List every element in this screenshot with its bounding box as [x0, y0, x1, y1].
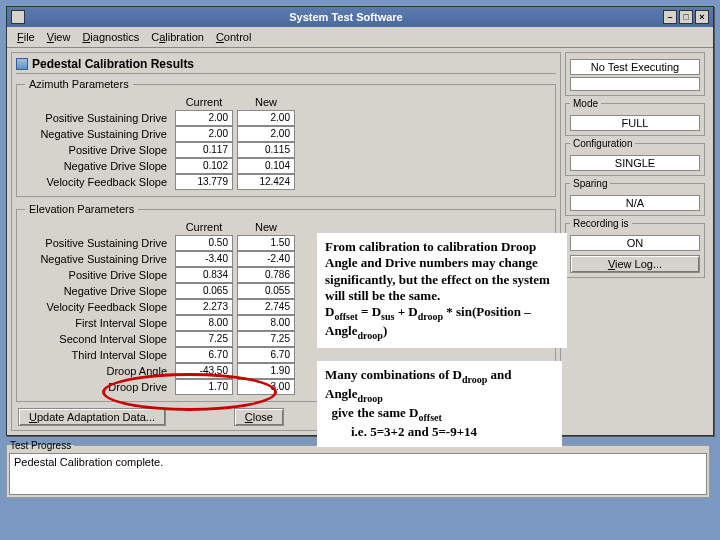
menubar: File View Diagnostics Calibration Contro… — [7, 27, 713, 48]
mode-value: FULL — [570, 115, 700, 131]
calibration-results-panel: Pedestal Calibration Results Azimuth Par… — [11, 52, 561, 431]
mode-group: Mode FULL — [565, 98, 705, 136]
elevation-table: Current New Positive Sustaining Drive0.5… — [23, 219, 297, 395]
mode-legend: Mode — [570, 98, 601, 109]
azimuth-table: Current New Positive Sustaining Drive2.0… — [23, 94, 297, 190]
close-window-button[interactable]: × — [695, 10, 709, 24]
table-row: Positive Sustaining Drive0.501.50 — [23, 235, 297, 251]
titlebar: System Test Software – □ × — [7, 7, 713, 27]
table-row: Velocity Feedback Slope13.77912.424 — [23, 174, 297, 190]
table-row: First Interval Slope8.008.00 — [23, 315, 297, 331]
test-blank — [570, 77, 700, 91]
recording-value: ON — [570, 235, 700, 251]
maximize-button[interactable]: □ — [679, 10, 693, 24]
test-progress-panel: Test Progress Pedestal Calibration compl… — [6, 440, 710, 498]
app-window: System Test Software – □ × File View Dia… — [6, 6, 714, 436]
azimuth-group: Azimuth Parameters Current New Positive … — [16, 78, 556, 197]
app-icon — [11, 10, 25, 24]
menu-control[interactable]: Control — [210, 29, 257, 45]
table-row: Positive Drive Slope0.8340.786 — [23, 267, 297, 283]
table-row: Droop Angle-43.501.90 — [23, 363, 297, 379]
table-row: Negative Sustaining Drive2.002.00 — [23, 126, 297, 142]
recording-group: Recording is ON View Log... — [565, 218, 705, 278]
table-row: Negative Drive Slope0.0650.055 — [23, 283, 297, 299]
col-new: New — [235, 219, 297, 235]
close-button[interactable]: Close — [234, 408, 284, 426]
sparing-group: Sparing N/A — [565, 178, 705, 216]
table-row: Negative Drive Slope0.1020.104 — [23, 158, 297, 174]
content-area: Pedestal Calibration Results Azimuth Par… — [7, 48, 713, 435]
status-panel: No Test Executing Mode FULL Configuratio… — [565, 52, 705, 431]
test-status-group: No Test Executing — [565, 52, 705, 96]
col-current: Current — [173, 94, 235, 110]
config-value: SINGLE — [570, 155, 700, 171]
config-group: Configuration SINGLE — [565, 138, 705, 176]
panel-icon — [16, 58, 28, 70]
table-row: Droop Drive1.703.00 — [23, 379, 297, 395]
table-row: Third Interval Slope6.706.70 — [23, 347, 297, 363]
elevation-legend: Elevation Parameters — [25, 203, 138, 215]
update-adaptation-button[interactable]: Update Adaptation Data... — [18, 408, 166, 426]
sparing-value: N/A — [570, 195, 700, 211]
col-current: Current — [173, 219, 235, 235]
sparing-legend: Sparing — [570, 178, 610, 189]
config-legend: Configuration — [570, 138, 635, 149]
table-row: Positive Drive Slope0.1170.115 — [23, 142, 297, 158]
table-row: Second Interval Slope7.257.25 — [23, 331, 297, 347]
window-title: System Test Software — [31, 11, 661, 23]
menu-calibration[interactable]: Calibration — [145, 29, 210, 45]
recording-legend: Recording is — [570, 218, 632, 229]
view-log-button[interactable]: View Log... — [570, 255, 700, 273]
menu-diagnostics[interactable]: Diagnostics — [76, 29, 145, 45]
menu-view[interactable]: View — [41, 29, 77, 45]
test-progress-text: Pedestal Calibration complete. — [9, 453, 707, 495]
table-row: Negative Sustaining Drive-3.40-2.40 — [23, 251, 297, 267]
menu-file[interactable]: File — [11, 29, 41, 45]
panel-title: Pedestal Calibration Results — [32, 57, 194, 71]
annotation-box-2: Many combinations of Ddroop and Angledro… — [317, 361, 562, 447]
minimize-button[interactable]: – — [663, 10, 677, 24]
no-test-label: No Test Executing — [570, 59, 700, 75]
table-row: Positive Sustaining Drive2.002.00 — [23, 110, 297, 126]
azimuth-legend: Azimuth Parameters — [25, 78, 133, 90]
table-row: Velocity Feedback Slope2.2732.745 — [23, 299, 297, 315]
test-progress-legend: Test Progress — [7, 440, 74, 451]
annotation-box-1: From calibration to calibration Droop An… — [317, 233, 567, 348]
col-new: New — [235, 94, 297, 110]
panel-title-row: Pedestal Calibration Results — [16, 57, 556, 74]
